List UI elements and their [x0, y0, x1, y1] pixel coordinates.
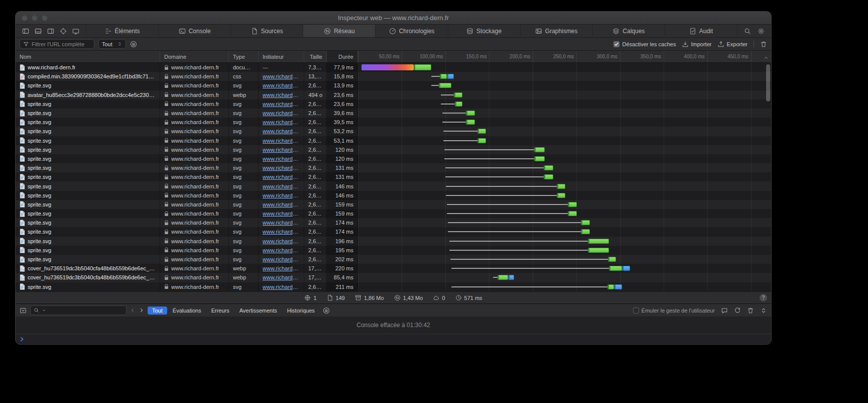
console-scope-icon[interactable] — [20, 307, 27, 314]
table-row[interactable]: sprite.svgwww.richard-dern.frsvgwww.rich… — [16, 255, 771, 264]
table-row[interactable]: sprite.svgwww.richard-dern.frsvgwww.rich… — [16, 200, 771, 209]
next-result-button[interactable] — [139, 308, 144, 313]
table-row[interactable]: sprite.svgwww.richard-dern.frsvgwww.rich… — [16, 118, 771, 127]
help-button[interactable]: ? — [760, 294, 767, 301]
zoom-window-button[interactable] — [42, 15, 48, 21]
table-row[interactable]: compiled.min.38390909f303624ed9e1cf1bd3f… — [16, 72, 771, 81]
tab-reseau[interactable]: Réseau — [303, 25, 376, 37]
table-row[interactable]: sprite.svgwww.richard-dern.frsvgwww.rich… — [16, 237, 771, 246]
initiator-link[interactable]: www.richard-d… — [263, 165, 300, 171]
emulate-user-gesture-checkbox[interactable]: Émuler le geste de l'utilisateur — [633, 308, 715, 314]
tab-graphismes[interactable]: Graphismes — [521, 25, 593, 37]
tab-stockage[interactable]: Stockage — [448, 25, 521, 37]
tab-elements[interactable]: Éléments — [86, 25, 159, 37]
initiator-link[interactable]: www.richard-d… — [263, 229, 300, 235]
console-scope-tout[interactable]: Tout — [148, 307, 167, 315]
sidebar-left-icon[interactable] — [22, 28, 29, 35]
column-header-type[interactable]: Type — [229, 51, 259, 62]
minimize-window-button[interactable] — [32, 15, 38, 21]
close-window-button[interactable] — [22, 15, 28, 21]
clear-network-trash-icon[interactable] — [760, 41, 767, 48]
table-row[interactable]: sprite.svgwww.richard-dern.frsvgwww.rich… — [16, 99, 771, 109]
table-row[interactable]: sprite.svgwww.richard-dern.frsvgwww.rich… — [16, 246, 771, 255]
table-row[interactable]: sprite.svgwww.richard-dern.frsvgwww.rich… — [16, 181, 771, 190]
initiator-link[interactable]: www.richard-d… — [263, 128, 300, 134]
import-button[interactable]: Importer — [682, 41, 711, 48]
table-row[interactable]: sprite.svgwww.richard-dern.frsvgwww.rich… — [16, 218, 771, 227]
url-filter-input[interactable] — [32, 41, 91, 47]
column-header-size[interactable]: Taille — [304, 51, 327, 62]
device-icon[interactable] — [72, 28, 79, 35]
initiator-link[interactable]: www.richard-d… — [263, 238, 300, 244]
initiator-link[interactable]: www.richard-d… — [263, 138, 300, 144]
table-row[interactable]: sprite.svgwww.richard-dern.frsvgwww.rich… — [16, 163, 771, 172]
initiator-link[interactable]: www.richard-d… — [263, 147, 300, 153]
initiator-link[interactable]: www.richard-d… — [263, 82, 300, 88]
initiator-link[interactable]: www.richard-d… — [263, 265, 300, 271]
initiator-link[interactable]: www.richard-d… — [263, 211, 300, 217]
column-header-name[interactable]: Nom — [16, 51, 160, 62]
column-header-initiator[interactable]: Initiateur — [259, 51, 304, 62]
export-button[interactable]: Exporter — [717, 41, 748, 48]
table-scrollbar-thumb[interactable] — [766, 64, 770, 102]
console-options-icon[interactable] — [323, 307, 330, 314]
url-filter-field[interactable] — [20, 39, 94, 49]
sidebar-right-icon[interactable] — [47, 28, 54, 35]
settings-icon[interactable] — [758, 28, 765, 35]
clear-console-trash-icon[interactable] — [747, 307, 754, 314]
table-row[interactable]: sprite.svgwww.richard-dern.frsvgwww.rich… — [16, 227, 771, 236]
initiator-link[interactable]: www.richard-d… — [263, 247, 300, 253]
table-row[interactable]: sprite.svgwww.richard-dern.frsvgwww.rich… — [16, 127, 771, 136]
console-search-input[interactable] — [49, 308, 114, 314]
initiator-link[interactable]: www.richard-d… — [263, 174, 300, 180]
console-reload-icon[interactable] — [734, 307, 741, 314]
table-row[interactable]: sprite.svgwww.richard-dern.frsvgwww.rich… — [16, 172, 771, 181]
table-row[interactable]: sprite.svgwww.richard-dern.frsvgwww.rich… — [16, 191, 771, 200]
disable-caches-checkbox[interactable]: Désactiver les caches — [613, 41, 676, 47]
initiator-link[interactable]: www.richard-d… — [263, 110, 300, 116]
tab-chronologies[interactable]: Chronologies — [376, 25, 448, 37]
table-row[interactable]: www.richard-dern.frwww.richard-dern.frdo… — [16, 63, 771, 72]
tab-sources[interactable]: Sources — [231, 25, 303, 37]
initiator-link[interactable]: www.richard-d… — [263, 256, 300, 262]
initiator-link[interactable]: www.richard-d… — [263, 101, 300, 107]
initiator-link[interactable]: www.richard-d… — [263, 220, 300, 226]
initiator-link[interactable]: www.richard-d… — [263, 119, 300, 125]
initiator-link[interactable]: www.richard-d… — [263, 183, 300, 189]
tab-calques[interactable]: Calques — [593, 25, 665, 37]
bottom-panel-icon[interactable] — [35, 28, 42, 35]
table-row[interactable]: sprite.svgwww.richard-dern.frsvgwww.rich… — [16, 145, 771, 154]
table-row[interactable]: sprite.svgwww.richard-dern.frsvgwww.rich… — [16, 81, 771, 90]
console-prompt[interactable] — [16, 334, 771, 344]
chevron-up-icon[interactable] — [764, 53, 769, 62]
initiator-link[interactable]: www.richard-d… — [263, 92, 300, 98]
column-header-domain[interactable]: Domaine — [160, 51, 229, 62]
tab-audit[interactable]: Audit — [665, 25, 737, 37]
table-row[interactable]: avatar_hu85ecc3e298728880b0bde2dcc4e5c23… — [16, 90, 771, 99]
table-row[interactable]: cover_hu736519dc3b5040cfa48b6b559b6de6ec… — [16, 273, 771, 282]
table-row[interactable]: sprite.svgwww.richard-dern.frsvgwww.rich… — [16, 209, 771, 218]
console-scope-historiques[interactable]: Historiques — [283, 307, 319, 315]
console-expand-icon[interactable] — [760, 307, 767, 314]
previous-result-button[interactable] — [130, 308, 136, 313]
inspect-icon[interactable] — [60, 28, 67, 35]
column-header-duration[interactable]: Durée — [327, 51, 358, 62]
console-scope-erreurs[interactable]: Erreurs — [207, 307, 234, 315]
initiator-link[interactable]: www.richard-d… — [263, 274, 300, 280]
console-search-field[interactable] — [30, 306, 127, 315]
initiator-link[interactable]: www.richard-d… — [263, 284, 300, 290]
resource-type-select[interactable]: Tout — [98, 39, 126, 49]
table-row[interactable]: sprite.svgwww.richard-dern.frsvgwww.rich… — [16, 136, 771, 145]
table-row[interactable]: sprite.svgwww.richard-dern.frsvgwww.rich… — [16, 154, 771, 163]
initiator-link[interactable]: www.richard-d… — [263, 201, 300, 208]
initiator-link[interactable]: www.richard-d… — [263, 73, 300, 79]
initiator-link[interactable]: www.richard-d… — [263, 192, 300, 198]
table-row[interactable]: cover_hu736519dc3b5040cfa48b6b559b6de6ec… — [16, 264, 771, 273]
filter-options-icon[interactable] — [130, 41, 137, 48]
search-icon[interactable] — [744, 28, 751, 35]
initiator-link[interactable]: www.richard-d… — [263, 156, 300, 162]
table-row[interactable]: sprite.svgwww.richard-dern.frsvgwww.rich… — [16, 109, 771, 118]
table-row[interactable]: sprite.svgwww.richard-dern.frsvgwww.rich… — [16, 282, 771, 291]
console-scope-avertissements[interactable]: Avertissements — [235, 307, 282, 315]
tab-console[interactable]: Console — [159, 25, 231, 37]
